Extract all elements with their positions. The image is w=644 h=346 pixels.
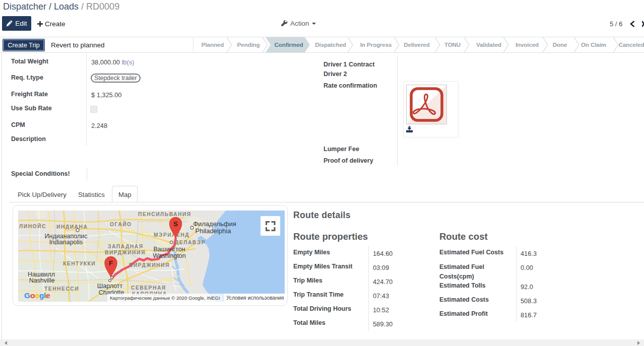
svg-text:F: F (109, 259, 113, 267)
svg-text:Planned: Planned (202, 41, 224, 48)
svg-text:ДЕЛАВЭР: ДЕЛАВЭР (175, 240, 206, 245)
svg-text:S: S (173, 220, 178, 228)
svg-text:Delivered: Delivered (404, 41, 429, 48)
svg-text:Вашингтон: Вашингтон (153, 246, 185, 253)
svg-text:TONU: TONU (444, 41, 461, 48)
svg-text:G: G (24, 291, 30, 300)
svg-text:Canceled: Canceled (619, 41, 644, 48)
svg-text:ИНДИАНА: ИНДИАНА (56, 224, 88, 230)
svg-text:Nashville: Nashville (29, 277, 55, 284)
svg-text:In Progress: In Progress (360, 41, 392, 48)
svg-text:Indianapolis: Indianapolis (49, 239, 83, 246)
svg-text:ВИРДЖИНИЯ: ВИРДЖИНИЯ (129, 262, 170, 268)
svg-text:ОГАЙО: ОГАЙО (110, 221, 132, 227)
svg-text:МЭРИЛЕНД: МЭРИЛЕНД (154, 232, 189, 238)
svg-text:Картографические данные © 2020: Картографические данные © 2020 Google, I… (110, 295, 220, 301)
svg-text:Шарлотт: Шарлотт (97, 283, 123, 290)
svg-text:КЕНТУККИ: КЕНТУККИ (63, 261, 96, 266)
svg-text:Dispatched: Dispatched (315, 41, 346, 48)
svg-text:Филадельфия: Филадельфия (193, 220, 236, 228)
svg-text:Confirmed: Confirmed (274, 41, 303, 48)
svg-text:ВИРДЖИНИЯ: ВИРДЖИНИЯ (105, 250, 146, 255)
svg-text:Invoiced: Invoiced (516, 41, 539, 48)
svg-text:Philadelphia: Philadelphia (196, 227, 232, 235)
svg-text:ПЕНСИЛЬВАНИЯ: ПЕНСИЛЬВАНИЯ (138, 212, 191, 217)
svg-text:Pending: Pending (237, 41, 260, 48)
svg-text:Validated: Validated (476, 41, 501, 48)
svg-text:СЕВЕРНАЯ: СЕВЕРНАЯ (131, 285, 166, 291)
svg-text:On Claim: On Claim (581, 41, 606, 48)
svg-text:ЛИНОЙС: ЛИНОЙС (19, 223, 46, 229)
svg-text:Условия использования: Условия использования (226, 295, 284, 301)
svg-text:e: e (46, 291, 50, 300)
svg-text:Done: Done (553, 41, 567, 48)
svg-text:Washington: Washington (153, 252, 186, 259)
svg-text:ЗАПАДНАЯ: ЗАПАДНАЯ (108, 244, 144, 249)
